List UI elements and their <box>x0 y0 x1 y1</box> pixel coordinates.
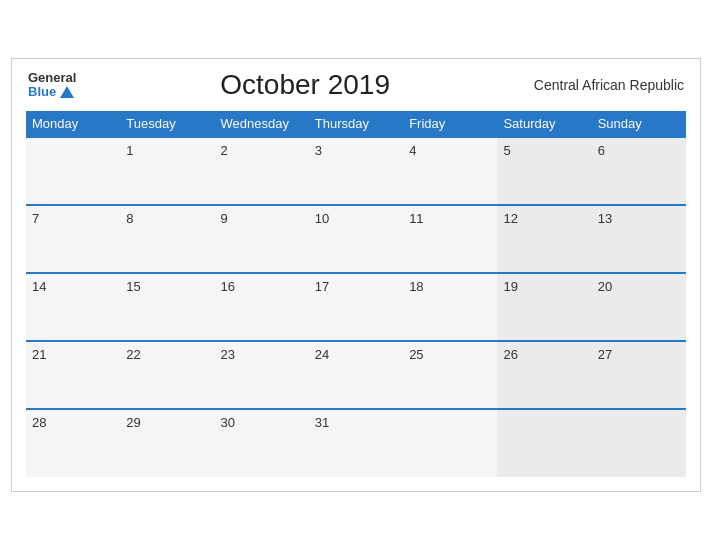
day-cell: 6 <box>592 137 686 205</box>
day-cell: 14 <box>26 273 120 341</box>
day-cell: 13 <box>592 205 686 273</box>
day-cell: 5 <box>497 137 591 205</box>
day-cell: 10 <box>309 205 403 273</box>
day-number: 8 <box>126 211 133 226</box>
weekday-saturday: Saturday <box>497 111 591 137</box>
week-row-5: 28293031 <box>26 409 686 477</box>
weekday-sunday: Sunday <box>592 111 686 137</box>
calendar-table: MondayTuesdayWednesdayThursdayFridaySatu… <box>26 111 686 477</box>
day-cell: 22 <box>120 341 214 409</box>
day-number: 4 <box>409 143 416 158</box>
weekday-friday: Friday <box>403 111 497 137</box>
day-cell: 25 <box>403 341 497 409</box>
day-number: 22 <box>126 347 140 362</box>
day-cell: 19 <box>497 273 591 341</box>
week-row-4: 21222324252627 <box>26 341 686 409</box>
calendar-header: General Blue October 2019 Central Africa… <box>26 69 686 101</box>
day-number: 26 <box>503 347 517 362</box>
day-cell <box>497 409 591 477</box>
day-cell: 16 <box>215 273 309 341</box>
day-number: 12 <box>503 211 517 226</box>
week-row-3: 14151617181920 <box>26 273 686 341</box>
day-number: 6 <box>598 143 605 158</box>
weekday-wednesday: Wednesday <box>215 111 309 137</box>
day-number: 21 <box>32 347 46 362</box>
weekday-tuesday: Tuesday <box>120 111 214 137</box>
day-number: 7 <box>32 211 39 226</box>
weekday-thursday: Thursday <box>309 111 403 137</box>
day-cell: 4 <box>403 137 497 205</box>
weekday-header-row: MondayTuesdayWednesdayThursdayFridaySatu… <box>26 111 686 137</box>
day-number: 16 <box>221 279 235 294</box>
day-cell: 24 <box>309 341 403 409</box>
day-cell: 1 <box>120 137 214 205</box>
day-cell: 23 <box>215 341 309 409</box>
day-number: 17 <box>315 279 329 294</box>
day-cell <box>403 409 497 477</box>
logo-blue-text: Blue <box>28 85 76 99</box>
logo-triangle-icon <box>60 86 74 98</box>
day-number: 20 <box>598 279 612 294</box>
day-number: 10 <box>315 211 329 226</box>
day-cell <box>26 137 120 205</box>
day-number: 23 <box>221 347 235 362</box>
day-cell: 30 <box>215 409 309 477</box>
day-number: 11 <box>409 211 423 226</box>
day-cell: 18 <box>403 273 497 341</box>
day-number: 31 <box>315 415 329 430</box>
day-number: 28 <box>32 415 46 430</box>
day-number: 29 <box>126 415 140 430</box>
day-cell: 9 <box>215 205 309 273</box>
day-number: 27 <box>598 347 612 362</box>
day-cell: 2 <box>215 137 309 205</box>
day-number: 13 <box>598 211 612 226</box>
day-number: 5 <box>503 143 510 158</box>
week-row-1: 123456 <box>26 137 686 205</box>
day-cell: 11 <box>403 205 497 273</box>
day-number: 15 <box>126 279 140 294</box>
day-cell: 17 <box>309 273 403 341</box>
calendar: General Blue October 2019 Central Africa… <box>11 58 701 492</box>
weekday-monday: Monday <box>26 111 120 137</box>
day-number: 14 <box>32 279 46 294</box>
day-number: 1 <box>126 143 133 158</box>
day-number: 25 <box>409 347 423 362</box>
calendar-title: October 2019 <box>76 69 533 101</box>
day-cell: 7 <box>26 205 120 273</box>
day-cell: 28 <box>26 409 120 477</box>
week-row-2: 78910111213 <box>26 205 686 273</box>
day-cell: 8 <box>120 205 214 273</box>
day-cell: 26 <box>497 341 591 409</box>
day-number: 3 <box>315 143 322 158</box>
day-number: 18 <box>409 279 423 294</box>
logo: General Blue <box>28 71 76 100</box>
day-cell: 12 <box>497 205 591 273</box>
day-cell: 27 <box>592 341 686 409</box>
day-cell: 3 <box>309 137 403 205</box>
day-cell: 31 <box>309 409 403 477</box>
day-cell <box>592 409 686 477</box>
day-number: 30 <box>221 415 235 430</box>
day-number: 19 <box>503 279 517 294</box>
day-cell: 29 <box>120 409 214 477</box>
day-number: 9 <box>221 211 228 226</box>
day-cell: 20 <box>592 273 686 341</box>
day-number: 24 <box>315 347 329 362</box>
day-cell: 15 <box>120 273 214 341</box>
calendar-country: Central African Republic <box>534 77 684 93</box>
day-cell: 21 <box>26 341 120 409</box>
day-number: 2 <box>221 143 228 158</box>
logo-general-text: General <box>28 71 76 85</box>
